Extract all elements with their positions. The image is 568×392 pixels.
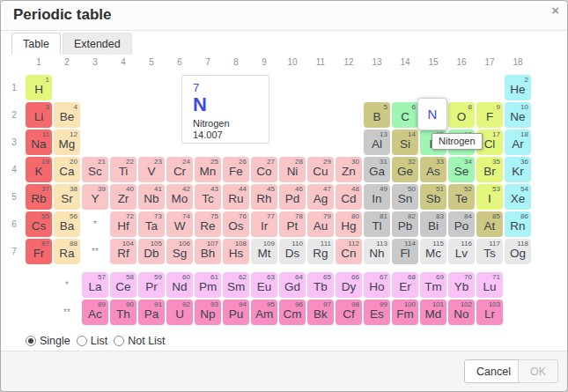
radio-single[interactable]: Single — [26, 335, 70, 347]
element-cell-B[interactable]: 5B — [364, 102, 390, 128]
element-cell-Ir[interactable]: 77Ir — [251, 211, 277, 237]
radio-list[interactable]: List — [77, 335, 107, 347]
element-cell-Y[interactable]: 39Y — [82, 184, 108, 210]
element-cell-Hs[interactable]: 108Hs — [223, 239, 249, 264]
element-cell-Hg[interactable]: 80Hg — [336, 211, 362, 237]
element-cell-Ar[interactable]: 18Ar — [505, 129, 531, 155]
element-cell-W[interactable]: 74W — [166, 211, 193, 237]
element-cell-Na[interactable]: 11Na — [26, 129, 52, 155]
element-cell-Sn[interactable]: 50Sn — [392, 184, 418, 210]
element-cell-Cm[interactable]: 96Cm — [279, 300, 306, 325]
element-cell-Ds[interactable]: 110Ds — [279, 239, 306, 264]
element-cell-Ru[interactable]: 44Ru — [223, 184, 249, 210]
element-cell-F[interactable]: 9F — [476, 102, 503, 128]
element-cell-Mn[interactable]: 25Mn — [195, 157, 221, 182]
element-cell-Fe[interactable]: 26Fe — [223, 157, 249, 182]
element-cell-Ti[interactable]: 22Ti — [110, 157, 136, 182]
element-cell-Pa[interactable]: 91Pa — [138, 300, 165, 325]
element-cell-Cf[interactable]: 98Cf — [336, 300, 362, 325]
element-cell-Zn[interactable]: 30Zn — [336, 157, 362, 182]
element-cell-V[interactable]: 23V — [138, 157, 165, 182]
element-cell-Nh[interactable]: 113Nh — [364, 239, 390, 264]
element-cell-N[interactable]: N — [417, 98, 447, 130]
element-cell-Rn[interactable]: 86Rn — [505, 211, 531, 237]
element-cell-Mo[interactable]: 42Mo — [166, 184, 193, 210]
element-cell-K[interactable]: 19K — [26, 157, 52, 182]
element-cell-Sc[interactable]: 21Sc — [82, 157, 108, 182]
element-cell-Og[interactable]: 118Og — [505, 239, 531, 264]
element-cell-Po[interactable]: 84Po — [448, 211, 475, 237]
element-cell-Bh[interactable]: 107Bh — [195, 239, 221, 264]
element-cell-Ce[interactable]: 58Ce — [110, 272, 136, 298]
radio-single-icon[interactable] — [26, 336, 36, 346]
element-cell-Mt[interactable]: 109Mt — [251, 239, 277, 264]
element-cell-Ag[interactable]: 47Ag — [307, 184, 334, 210]
element-cell-I[interactable]: 53I — [476, 184, 503, 210]
element-cell-Ta[interactable]: 73Ta — [138, 211, 165, 237]
element-cell-U[interactable]: 92U — [166, 300, 193, 325]
element-cell-Th[interactable]: 90Th — [110, 300, 136, 325]
element-cell-Nb[interactable]: 41Nb — [138, 184, 165, 210]
element-cell-Pd[interactable]: 46Pd — [279, 184, 306, 210]
element-cell-Os[interactable]: 76Os — [223, 211, 249, 237]
element-cell-Ga[interactable]: 31Ga — [364, 157, 390, 182]
element-cell-C[interactable]: 6C — [392, 102, 418, 128]
element-cell-As[interactable]: 33As — [420, 157, 446, 182]
element-cell-Np[interactable]: 93Np — [195, 300, 221, 325]
element-cell-Te[interactable]: 52Te — [448, 184, 475, 210]
element-cell-Rh[interactable]: 45Rh — [251, 184, 277, 210]
element-cell-Yb[interactable]: 70Yb — [448, 272, 475, 298]
element-cell-Be[interactable]: 4Be — [54, 102, 80, 128]
element-cell-Pr[interactable]: 59Pr — [138, 272, 165, 298]
element-cell-Dy[interactable]: 66Dy — [336, 272, 362, 298]
element-cell-Er[interactable]: 68Er — [392, 272, 418, 298]
element-cell-Fl[interactable]: 114Fl — [392, 239, 418, 264]
element-cell-Fm[interactable]: 100Fm — [392, 300, 418, 325]
element-cell-Eu[interactable]: 63Eu — [251, 272, 277, 298]
element-cell-Tc[interactable]: 43Tc — [195, 184, 221, 210]
element-cell-Sb[interactable]: 51Sb — [420, 184, 446, 210]
element-cell-Sr[interactable]: 38Sr — [54, 184, 80, 210]
element-cell-Cn[interactable]: 112Cn — [336, 239, 362, 264]
element-cell-Tl[interactable]: 81Tl — [364, 211, 390, 237]
element-cell-Re[interactable]: 75Re — [195, 211, 221, 237]
element-cell-Ni[interactable]: 28Ni — [279, 157, 306, 182]
element-cell-Cr[interactable]: 24Cr — [166, 157, 193, 182]
element-cell-Tb[interactable]: 65Tb — [307, 272, 334, 298]
element-cell-Al[interactable]: 13Al — [364, 129, 390, 155]
element-cell-Pb[interactable]: 82Pb — [392, 211, 418, 237]
element-cell-Rb[interactable]: 37Rb — [26, 184, 52, 210]
radio-list-icon[interactable] — [77, 336, 87, 346]
element-cell-Pt[interactable]: 78Pt — [279, 211, 306, 237]
element-cell-Gd[interactable]: 64Gd — [279, 272, 306, 298]
element-cell-Cu[interactable]: 29Cu — [307, 157, 334, 182]
element-cell-Lv[interactable]: 116Lv — [448, 239, 475, 264]
element-cell-Mg[interactable]: 12Mg — [54, 129, 80, 155]
element-cell-Ba[interactable]: 56Ba — [54, 211, 80, 237]
element-cell-Tm[interactable]: 69Tm — [420, 272, 446, 298]
element-cell-Li[interactable]: 3Li — [26, 102, 52, 128]
element-cell-Zr[interactable]: 40Zr — [110, 184, 136, 210]
element-cell-Pm[interactable]: 61Pm — [195, 272, 221, 298]
element-cell-At[interactable]: 85At — [476, 211, 503, 237]
element-cell-Mc[interactable]: 115Mc — [420, 239, 446, 264]
element-cell-Cs[interactable]: 55Cs — [26, 211, 52, 237]
element-cell-H[interactable]: 1H — [26, 75, 52, 100]
element-cell-Xe[interactable]: 54Xe — [505, 184, 531, 210]
element-cell-Es[interactable]: 99Es — [364, 300, 390, 325]
element-cell-La[interactable]: 57La — [82, 272, 108, 298]
element-cell-Si[interactable]: 14Si — [392, 129, 418, 155]
element-cell-Db[interactable]: 105Db — [138, 239, 165, 264]
element-cell-Kr[interactable]: 36Kr — [505, 157, 531, 182]
element-cell-Lu[interactable]: 71Lu — [476, 272, 503, 298]
element-cell-He[interactable]: 2He — [505, 75, 531, 100]
element-cell-Co[interactable]: 27Co — [251, 157, 277, 182]
radio-not-list[interactable]: Not List — [114, 335, 165, 347]
radio-not-list-icon[interactable] — [114, 336, 124, 346]
element-cell-Ca[interactable]: 20Ca — [54, 157, 80, 182]
element-cell-Ho[interactable]: 67Ho — [364, 272, 390, 298]
element-cell-Ac[interactable]: 89Ac — [82, 300, 108, 325]
element-cell-Sm[interactable]: 62Sm — [223, 272, 249, 298]
element-cell-Fr[interactable]: 87Fr — [26, 239, 52, 264]
element-cell-Md[interactable]: 101Md — [420, 300, 446, 325]
